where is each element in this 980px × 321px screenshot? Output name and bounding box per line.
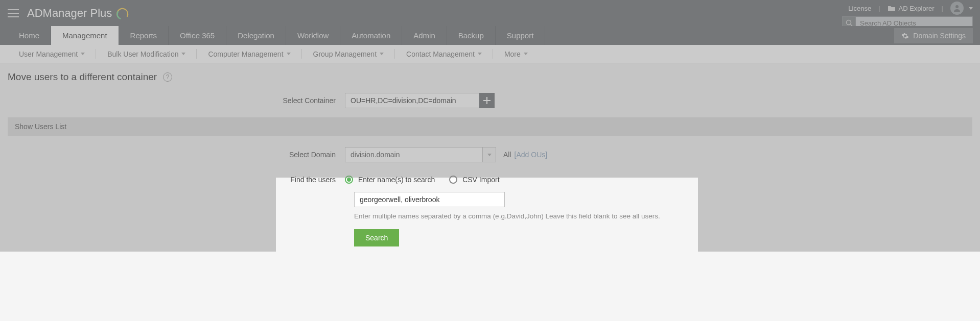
- tab-workflow[interactable]: Workflow: [286, 26, 340, 45]
- sub-tab-label: User Management: [19, 50, 78, 58]
- brand-swirl-icon: [115, 6, 130, 21]
- domain-settings-label: Domain Settings: [913, 32, 966, 40]
- sub-tab-computer-management[interactable]: Computer Management: [197, 45, 301, 63]
- domain-select-caret[interactable]: [483, 147, 496, 162]
- chevron-down-icon: [524, 53, 528, 55]
- license-link[interactable]: License: [848, 5, 871, 12]
- tab-automation[interactable]: Automation: [340, 26, 402, 45]
- chevron-down-icon: [478, 53, 482, 55]
- chevron-down-icon: [487, 154, 492, 156]
- svg-point-1: [846, 20, 851, 25]
- all-label: All: [503, 151, 511, 159]
- chevron-down-icon: [380, 53, 384, 55]
- tab-admin[interactable]: Admin: [402, 26, 447, 45]
- chevron-down-icon: [81, 53, 85, 55]
- select-container-row: Select Container: [8, 93, 972, 108]
- select-container-label: Select Container: [8, 96, 345, 105]
- divider: |: [942, 5, 943, 12]
- sub-tab-user-management[interactable]: User Management: [8, 45, 96, 63]
- divider: |: [878, 5, 880, 12]
- tab-support[interactable]: Support: [496, 26, 546, 45]
- gear-icon: [901, 32, 909, 40]
- show-users-list-heading: Show Users List: [8, 117, 972, 136]
- add-container-button[interactable]: [479, 93, 495, 108]
- tab-reports[interactable]: Reports: [119, 26, 169, 45]
- plus-icon: [483, 97, 491, 104]
- sub-tab-bulk-user[interactable]: Bulk User Modification: [96, 45, 197, 63]
- page-root: ADManager Plus License | AD Explorer |: [0, 0, 980, 252]
- sub-tab-label: Group Management: [313, 50, 377, 58]
- user-menu[interactable]: [950, 2, 973, 15]
- chevron-down-icon: [969, 7, 973, 10]
- license-label: License: [848, 5, 871, 12]
- select-domain-row: Select Domain All [Add OUs]: [8, 147, 965, 162]
- brand-logo[interactable]: ADManager Plus: [27, 6, 130, 21]
- main-tab-bar: Home Management Reports Office 365 Deleg…: [0, 26, 980, 45]
- sub-tab-group-management[interactable]: Group Management: [302, 45, 395, 63]
- page-title-row: Move users to a different container ?: [0, 63, 980, 93]
- folder-icon: [888, 5, 896, 12]
- tab-office365[interactable]: Office 365: [169, 26, 226, 45]
- chevron-down-icon: [287, 53, 291, 55]
- select-container-control: [345, 93, 495, 108]
- svg-point-0: [955, 5, 959, 8]
- ad-explorer-link[interactable]: AD Explorer: [888, 5, 935, 12]
- highlight-region: [276, 178, 698, 252]
- chevron-down-icon: [181, 53, 185, 55]
- avatar-icon: [950, 2, 964, 15]
- form-area: Select Container: [0, 93, 980, 108]
- select-domain-control: All [Add OUs]: [345, 147, 547, 162]
- sub-tab-label: Bulk User Modification: [107, 50, 178, 58]
- ad-explorer-label: AD Explorer: [899, 5, 935, 12]
- top-header: ADManager Plus License | AD Explorer |: [0, 0, 980, 26]
- sub-tab-more[interactable]: More: [493, 45, 539, 63]
- help-icon[interactable]: ?: [163, 72, 172, 82]
- hamburger-icon[interactable]: [8, 9, 19, 17]
- top-right-links: License | AD Explorer |: [848, 2, 973, 15]
- brand-name: ADManager Plus: [27, 7, 112, 20]
- sub-tab-label: More: [504, 50, 521, 58]
- sub-tab-label: Computer Management: [208, 50, 283, 58]
- tab-home[interactable]: Home: [8, 26, 51, 45]
- sub-tab-bar: User Management Bulk User Modification C…: [0, 45, 980, 63]
- sub-tab-label: Contact Management: [406, 50, 475, 58]
- tab-management[interactable]: Management: [51, 26, 119, 45]
- container-input[interactable]: [345, 93, 480, 108]
- tab-backup[interactable]: Backup: [447, 26, 496, 45]
- sub-tab-contact-management[interactable]: Contact Management: [395, 45, 493, 63]
- page-title: Move users to a different container: [8, 71, 157, 83]
- add-ous-link[interactable]: [Add OUs]: [515, 151, 548, 159]
- domain-settings-button[interactable]: Domain Settings: [894, 28, 973, 43]
- domain-select[interactable]: [345, 147, 496, 162]
- select-domain-label: Select Domain: [8, 151, 345, 159]
- domain-select-value[interactable]: [345, 147, 483, 162]
- tab-delegation[interactable]: Delegation: [226, 26, 286, 45]
